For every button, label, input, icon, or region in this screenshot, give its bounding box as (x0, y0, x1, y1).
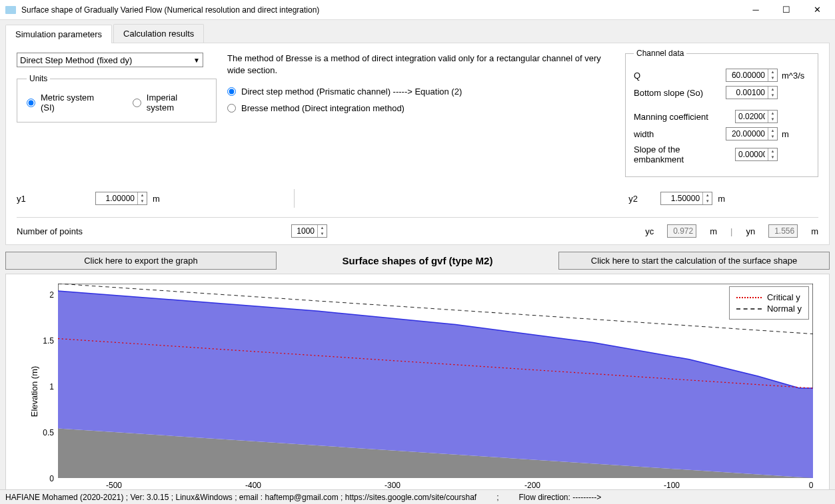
unit-y2: m (718, 194, 725, 204)
left-column: Direct Step Method (fixed dy) ▼ Units Me… (17, 53, 217, 123)
label-y1: y1 (17, 194, 90, 204)
y-row: y1 ▲▼ m y2 ▲▼ m (17, 189, 818, 208)
window-controls: ─ ☐ ✕ (747, 3, 826, 17)
ytick: 1.5 (43, 336, 54, 346)
unit-yc: m (710, 226, 717, 236)
method-dropdown[interactable]: Direct Step Method (fixed dy) ▼ (17, 53, 203, 67)
label-yn: yn (746, 226, 755, 236)
output-yn (768, 224, 798, 238)
channel-data-group: Channel data Q ▲▼ m^3/s Bottom slope (So… (625, 49, 818, 177)
xtick: -100 (664, 481, 680, 490)
input-embankment[interactable]: ▲▼ (735, 148, 778, 161)
input-y1[interactable]: ▲▼ (95, 192, 147, 205)
client-area: Simulation parameters Calculation result… (0, 20, 835, 504)
label-Q: Q (634, 71, 722, 81)
legend-critical: Critical y (767, 292, 800, 302)
ytick: 0.5 (43, 428, 54, 437)
action-row: Click here to export the graph Surface s… (5, 252, 830, 270)
label-width: width (634, 129, 722, 139)
unit-y1: m (153, 194, 160, 204)
input-So[interactable]: ▲▼ (726, 86, 778, 99)
units-legend: Units (27, 74, 50, 83)
chart-legend: Critical y Normal y (729, 286, 809, 320)
label-So: Bottom slope (So) (634, 88, 722, 98)
ytick: 1 (49, 382, 54, 391)
tab-simulation-parameters[interactable]: Simulation parameters (5, 25, 112, 43)
close-button[interactable]: ✕ (808, 3, 826, 17)
label-number-of-points: Number of points (17, 226, 283, 236)
y-axis-label: Elevation (m) (29, 366, 39, 417)
start-calculation-button[interactable]: Click here to start the calculation of t… (558, 252, 830, 270)
chart-title: Surface shapes of gvf (type M2) (282, 255, 553, 266)
xtick: -300 (385, 481, 401, 490)
radio-bresse[interactable]: Bresse method (Direct integration method… (227, 103, 614, 113)
tab-calculation-results[interactable]: Calculation results (113, 24, 204, 43)
export-graph-button[interactable]: Click here to export the graph (5, 252, 277, 270)
xtick: -200 (524, 481, 540, 490)
status-sep: ; (496, 493, 498, 502)
ytick: 0 (49, 474, 54, 483)
radio-direct-step[interactable]: Direct step method (Prismatic channel) -… (227, 87, 614, 97)
input-y2[interactable]: ▲▼ (660, 192, 712, 205)
input-width[interactable]: ▲▼ (726, 127, 778, 140)
chart: Elevation (m) x (m) 0 0.5 1 1.5 2 (5, 274, 830, 504)
status-left: HAFIANE Mohamed (2020-2021) ; Ver: 3.0.1… (5, 493, 476, 502)
minimize-button[interactable]: ─ (747, 3, 764, 17)
bresse-note: The method of Bresse is a method of dire… (227, 53, 614, 76)
tab-strip: Simulation parameters Calculation result… (5, 24, 830, 43)
label-y2: y2 (628, 194, 655, 204)
title-bar: Surface shape of Gradually Varied Flow (… (0, 0, 835, 20)
method-dropdown-value: Direct Step Method (fixed dy) (20, 55, 132, 65)
status-bar: HAFIANE Mohamed (2020-2021) ; Ver: 3.0.1… (0, 489, 835, 504)
xtick: 0 (809, 481, 814, 490)
tab-page-simulation: Direct Step Method (fixed dy) ▼ Units Me… (5, 43, 830, 245)
unit-yn: m (811, 226, 818, 236)
channel-data-legend: Channel data (634, 49, 686, 58)
middle-column: The method of Bresse is a method of dire… (227, 53, 614, 113)
window-title: Surface shape of Gradually Varied Flow (… (21, 5, 747, 15)
units-group: Units Metric system (SI) Imperial system (17, 74, 217, 123)
label-yc: yc (645, 226, 654, 236)
status-flow-direction: Flow direction: ---------> (519, 493, 602, 502)
output-yc (667, 224, 696, 238)
chart-svg (58, 284, 813, 478)
chevron-down-icon: ▼ (193, 57, 200, 64)
input-Q[interactable]: ▲▼ (726, 69, 778, 82)
radio-imperial[interactable]: Imperial system (133, 93, 207, 113)
divider (294, 189, 295, 208)
label-manning: Manning coefficient (634, 112, 731, 122)
radio-metric[interactable]: Metric system (SI) (27, 93, 110, 113)
unit-Q: m^3/s (782, 71, 810, 81)
maximize-button[interactable]: ☐ (778, 3, 795, 17)
points-row: Number of points ▲▼ yc m | yn m (17, 217, 818, 238)
xtick: -400 (245, 481, 261, 490)
xtick: -500 (106, 481, 122, 490)
app-icon (5, 6, 16, 14)
input-manning[interactable]: ▲▼ (735, 110, 778, 123)
ytick: 2 (49, 290, 54, 300)
label-embankment: Slope of the embankment (634, 144, 731, 164)
legend-normal: Normal y (767, 304, 802, 314)
unit-width: m (782, 129, 810, 139)
input-number-of-points[interactable]: ▲▼ (291, 224, 327, 238)
